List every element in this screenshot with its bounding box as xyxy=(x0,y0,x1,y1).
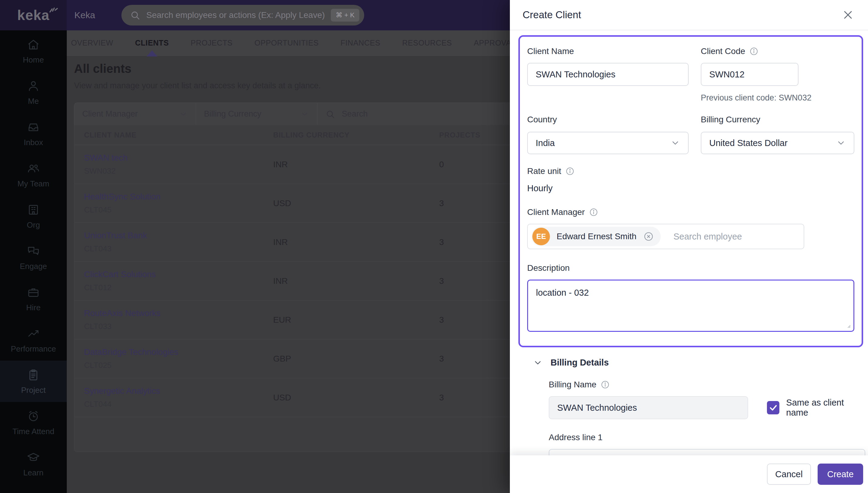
tab-opportunities[interactable]: OPPORTUNITIES xyxy=(254,39,319,47)
row-currency: USD xyxy=(273,198,439,208)
sidebar-item-performance[interactable]: Performance xyxy=(0,319,67,361)
search-icon xyxy=(130,10,140,20)
sidebar-item-hire[interactable]: Hire xyxy=(0,278,67,319)
remove-manager-icon[interactable] xyxy=(643,231,654,242)
sidebar-item-home[interactable]: Home xyxy=(0,30,67,72)
client-name-link[interactable]: Synergetic Analytics xyxy=(84,386,273,396)
billing-currency-label: Billing Currency xyxy=(701,115,854,125)
sidebar: Home Me Inbox My Team Org Engage Hire Pe… xyxy=(0,30,67,493)
sidebar-item-project[interactable]: Project xyxy=(0,361,67,402)
rate-unit-value: Hourly xyxy=(527,184,854,193)
cancel-button[interactable]: Cancel xyxy=(767,464,811,485)
briefcase-icon xyxy=(26,285,40,299)
client-manager-filter[interactable]: Client Manager xyxy=(74,103,196,125)
keka-logo-text: keka xyxy=(17,7,49,23)
address-line1-label: Address line 1 xyxy=(549,433,863,442)
info-icon[interactable] xyxy=(565,167,575,176)
alarm-clock-icon xyxy=(26,409,40,423)
manager-search-input[interactable] xyxy=(673,232,800,242)
info-icon[interactable] xyxy=(749,47,758,56)
client-name-link[interactable]: HealthSync Solution xyxy=(84,192,273,201)
client-code: CLT033 xyxy=(84,322,273,331)
client-code-input[interactable] xyxy=(701,63,799,86)
client-name-label: Client Name xyxy=(527,46,689,56)
billing-currency-field: Billing Currency United States Dollar xyxy=(701,115,854,154)
search-shortcut-badge: ⌘ + K xyxy=(331,9,359,22)
close-icon[interactable] xyxy=(841,8,855,22)
same-as-client-checkbox-group[interactable]: Same as client name xyxy=(767,398,863,418)
search-icon xyxy=(325,109,335,119)
client-code: CLT043 xyxy=(84,244,273,254)
billing-currency-filter[interactable]: Billing Currency xyxy=(196,103,317,125)
grad-cap-icon xyxy=(26,450,40,465)
resize-handle-icon[interactable] xyxy=(845,322,851,329)
rate-unit-label: Rate unit xyxy=(527,166,854,176)
sidebar-item-engage[interactable]: Engage xyxy=(0,237,67,278)
manager-name: Edward Ernest Smith xyxy=(557,232,637,241)
checkbox-checked-icon[interactable] xyxy=(767,401,779,414)
create-button[interactable]: Create xyxy=(818,464,863,485)
logo-spark-icon xyxy=(48,3,59,14)
sidebar-item-inbox[interactable]: Inbox xyxy=(0,113,67,154)
address-line1-input[interactable] xyxy=(549,449,865,455)
client-info-section: Client Name Client Code Previous client … xyxy=(518,35,863,347)
selected-manager-chip: EE Edward Ernest Smith xyxy=(531,227,661,246)
tab-resources[interactable]: RESOURCES xyxy=(402,39,452,47)
sidebar-item-org[interactable]: Org xyxy=(0,195,67,237)
client-name-input[interactable] xyxy=(527,63,689,86)
country-select[interactable]: India xyxy=(527,132,689,154)
info-icon[interactable] xyxy=(601,380,610,389)
client-manager-input[interactable]: EE Edward Ernest Smith xyxy=(527,224,804,249)
client-name-link[interactable]: UnionTrust Bank xyxy=(84,231,273,240)
tab-overview[interactable]: OVERVIEW xyxy=(71,39,113,47)
sidebar-item-learn[interactable]: Learn xyxy=(0,443,67,485)
client-name-link[interactable]: DataBridge Technologies xyxy=(84,347,273,357)
description-field: Description location - 032 xyxy=(527,263,854,333)
sidebar-item-my-team[interactable]: My Team xyxy=(0,154,67,195)
client-code-label: Client Code xyxy=(701,46,854,56)
tab-clients[interactable]: CLIENTS xyxy=(135,39,169,47)
clipboard-icon xyxy=(26,368,40,382)
tab-projects[interactable]: PROJECTS xyxy=(191,39,232,47)
client-manager-field: Client Manager EE Edward Ernest Smith xyxy=(527,207,854,249)
client-name-link[interactable]: RouteAxis Networks xyxy=(84,308,273,318)
workspace-name: Keka xyxy=(74,0,95,30)
description-label: Description xyxy=(527,263,854,273)
chevron-down-icon xyxy=(533,358,543,368)
same-as-client-label: Same as client name xyxy=(786,398,863,418)
country-label: Country xyxy=(527,115,689,125)
home-icon xyxy=(26,38,40,51)
tab-finances[interactable]: FINANCES xyxy=(340,39,380,47)
active-tab-caret xyxy=(147,50,157,57)
info-icon[interactable] xyxy=(589,208,598,217)
sidebar-item-me[interactable]: Me xyxy=(0,72,67,113)
chevron-down-icon xyxy=(179,110,188,119)
previous-client-code-helper: Previous client code: SWN032 xyxy=(701,93,854,103)
create-client-drawer: Create Client Client Name Client Code xyxy=(510,0,868,493)
client-code: SWN032 xyxy=(84,166,273,176)
logo-area: keka xyxy=(0,0,67,30)
billing-details-heading: Billing Details xyxy=(551,358,609,368)
drawer-header: Create Client xyxy=(510,0,868,30)
billing-details-toggle[interactable]: Billing Details xyxy=(533,358,863,368)
client-code-field: Client Code Previous client code: SWN032 xyxy=(701,46,854,103)
row-currency: INR xyxy=(273,160,439,169)
description-textarea[interactable]: location - 032 xyxy=(527,280,854,332)
drawer-body: Client Name Client Code Previous client … xyxy=(510,30,868,455)
chevron-down-icon xyxy=(670,138,680,148)
billing-currency-select[interactable]: United States Dollar xyxy=(701,132,854,154)
client-name-field: Client Name xyxy=(527,46,689,103)
drawer-footer: Cancel Create xyxy=(510,455,868,493)
billing-name-input[interactable] xyxy=(549,396,748,419)
drawer-title: Create Client xyxy=(522,9,581,21)
sidebar-item-time-attend[interactable]: Time Attend xyxy=(0,402,67,443)
client-name-link[interactable]: SWAN tech xyxy=(84,153,273,163)
client-code: CLT012 xyxy=(84,283,273,292)
building-icon xyxy=(26,203,40,217)
client-name-link[interactable]: ClickCart Solutions xyxy=(84,270,273,279)
user-icon xyxy=(26,79,40,93)
global-search[interactable]: Search employees or actions (Ex: Apply L… xyxy=(121,5,364,25)
chat-icon xyxy=(26,244,40,258)
client-manager-label: Client Manager xyxy=(527,207,854,217)
trend-icon xyxy=(26,327,40,341)
